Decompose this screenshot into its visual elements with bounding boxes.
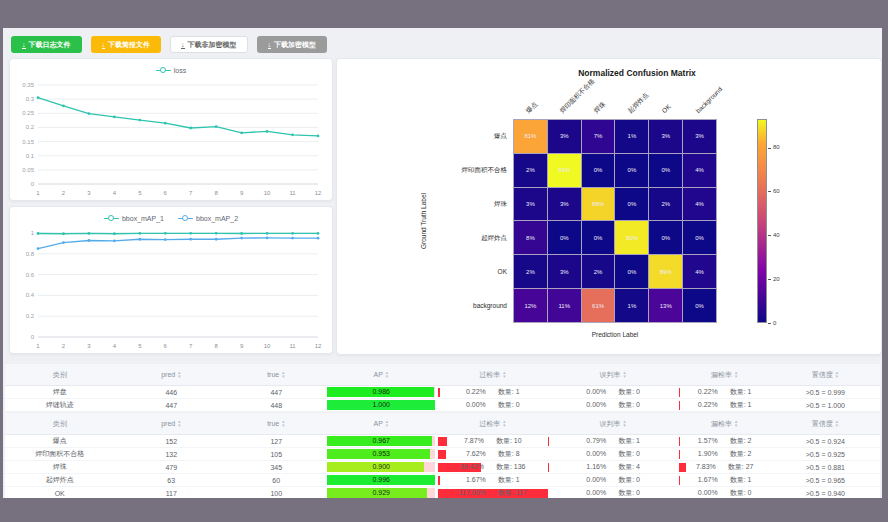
cell-ap: 0.996 (324, 474, 438, 487)
cell-misjudge-rate: 0.00%数量: 0 (548, 487, 679, 499)
miss-rate: 0.00%数量: 0 (679, 487, 771, 498)
map-chart-legend: bbox_mAP_1bbox_mAP_2 (10, 207, 332, 225)
col-header-mis[interactable]: 误判率▲▼ (548, 364, 679, 386)
cell-class: 焊印面积不合格 (5, 448, 114, 461)
sort-caret-icon[interactable]: ▲▼ (502, 420, 506, 427)
ap-bar-track: 0.986 (327, 387, 435, 397)
sort-caret-icon[interactable]: ▲▼ (281, 420, 285, 427)
matrix-cell: 1% (615, 120, 648, 153)
col-header-true[interactable]: true▲▼ (228, 364, 324, 386)
cell-miss-rate: 0.22%数量: 1 (679, 386, 771, 399)
legend-item-bbox_mAP_1[interactable]: bbox_mAP_1 (104, 215, 164, 222)
matrix-cell: 88% (582, 188, 615, 221)
map-chart: 10.80.60.40.20123456789101112 (12, 225, 330, 351)
legend-item-loss[interactable]: loss (156, 67, 186, 74)
cell-ap: 0.953 (324, 448, 438, 461)
sort-caret-icon[interactable]: ▲▼ (835, 420, 839, 427)
rate-count: 数量: 0 (730, 487, 752, 498)
col-header-label: 漏检率 (711, 370, 732, 380)
summary-table-bottom: 类别pred▲▼true▲▼AP▲▼过检率▲▼误判率▲▼漏检率▲▼置信度▲▼爆点… (5, 413, 880, 498)
loss-chart: 0.350.30.250.20.150.10.05012345678910111… (12, 77, 330, 198)
sort-caret-icon[interactable]: ▲▼ (835, 371, 839, 378)
sort-caret-icon[interactable]: ▲▼ (623, 420, 627, 427)
ap-value: 0.996 (327, 475, 435, 485)
matrix-cell: 93% (548, 154, 581, 187)
colorbar-tick-label: 60 (773, 188, 780, 194)
svg-text:0.1: 0.1 (26, 153, 35, 159)
svg-text:3: 3 (87, 343, 91, 349)
col-header-mis[interactable]: 误判率▲▼ (548, 413, 679, 435)
sort-caret-icon[interactable]: ▲▼ (177, 420, 181, 427)
sort-caret-icon[interactable]: ▲▼ (734, 420, 738, 427)
sort-caret-icon[interactable]: ▲▼ (623, 371, 627, 378)
download-button-2[interactable]: ↓下载简报文件 (91, 36, 162, 53)
table-row: 起焊炸点63600.9961.67%数量: 10.00%数量: 01.67%数量… (5, 474, 880, 487)
matrix-cell: 0% (582, 154, 615, 187)
confusion-matrix-xlabel: Prediction Label (513, 331, 717, 338)
misjudge-rate: 0.79%数量: 1 (548, 435, 679, 447)
results-table: 类别pred▲▼true▲▼AP▲▼过检率▲▼误判率▲▼漏检率▲▼置信度▲▼爆点… (5, 413, 880, 498)
legend-item-bbox_mAP_2[interactable]: bbox_mAP_2 (178, 215, 238, 222)
col-header-label: pred (161, 371, 175, 378)
rate-count: 数量: 1 (730, 474, 752, 486)
matrix-cell: 7% (582, 120, 615, 153)
sort-caret-icon[interactable]: ▲▼ (385, 420, 389, 427)
overdetect-rate: 7.87%数量: 10 (438, 435, 547, 447)
col-header-label: 误判率 (600, 370, 621, 380)
sort-caret-icon[interactable]: ▲▼ (281, 371, 285, 378)
cell-class: 爆点 (5, 435, 114, 448)
matrix-cell: 12% (514, 289, 547, 322)
col-header-label: 过检率 (479, 370, 500, 380)
sort-caret-icon[interactable]: ▲▼ (385, 371, 389, 378)
col-header-over[interactable]: 过检率▲▼ (438, 413, 547, 435)
download-button-3[interactable]: ↓下载非加密模型 (170, 36, 248, 53)
cell-misjudge-rate: 1.16%数量: 4 (548, 461, 679, 474)
col-header-ap[interactable]: AP▲▼ (324, 413, 438, 435)
colorbar-tick-mark (768, 148, 771, 149)
overdetect-rate: 0.00%数量: 0 (438, 399, 547, 411)
svg-text:9: 9 (240, 190, 244, 196)
svg-text:11: 11 (289, 343, 296, 349)
cell-overdetect-rate: 0.00%数量: 0 (438, 399, 547, 412)
matrix-cell: 0% (615, 154, 648, 187)
col-header-miss[interactable]: 漏检率▲▼ (679, 364, 771, 386)
matrix-cell: 11% (548, 289, 581, 322)
svg-text:7: 7 (189, 343, 193, 349)
col-header-ap[interactable]: AP▲▼ (324, 364, 438, 386)
cell-overdetect-rate: 7.87%数量: 10 (438, 435, 547, 448)
cell-confidence: >0.5 = 0.940 (771, 487, 880, 499)
col-header-miss[interactable]: 漏检率▲▼ (679, 413, 771, 435)
svg-text:6: 6 (164, 190, 168, 196)
cell-confidence: >0.5 = 0.925 (771, 448, 880, 461)
rate-percent: 0.00% (586, 399, 606, 411)
rate-count: 数量: 0 (618, 399, 640, 411)
cell-pred: 117 (114, 487, 228, 499)
download-button-4[interactable]: ↓下载加密模型 (257, 36, 328, 53)
matrix-col-label: 焊珠 (592, 100, 607, 115)
sort-caret-icon[interactable]: ▲▼ (502, 371, 506, 378)
matrix-cell: 3% (548, 120, 581, 153)
download-button-1[interactable]: ↓下载日志文件 (11, 36, 82, 53)
matrix-row-label: 焊珠 (427, 200, 507, 209)
rate-percent: 1.67% (466, 474, 486, 486)
svg-text:0.4: 0.4 (26, 292, 35, 298)
col-header-over[interactable]: 过检率▲▼ (438, 364, 547, 386)
cell-true: 448 (228, 399, 324, 412)
table-row: 焊印面积不合格1321050.9537.62%数量: 80.00%数量: 01.… (5, 448, 880, 461)
rate-percent: 0.00% (586, 386, 606, 398)
col-header-pred[interactable]: pred▲▼ (114, 364, 228, 386)
rate-count: 数量: 1 (498, 474, 520, 486)
col-header-pred[interactable]: pred▲▼ (114, 413, 228, 435)
legend-label: bbox_mAP_1 (122, 215, 164, 222)
col-header-conf[interactable]: 置信度▲▼ (771, 364, 880, 386)
ap-value: 0.953 (327, 449, 435, 459)
sort-caret-icon[interactable]: ▲▼ (734, 371, 738, 378)
sort-caret-icon[interactable]: ▲▼ (177, 371, 181, 378)
colorbar-tick-label: 80 (773, 144, 780, 150)
col-header-true[interactable]: true▲▼ (228, 413, 324, 435)
svg-text:0.05: 0.05 (22, 167, 34, 173)
matrix-cell: 0% (548, 221, 581, 254)
rate-count: 数量: 8 (498, 448, 520, 460)
svg-text:5: 5 (138, 343, 142, 349)
col-header-conf[interactable]: 置信度▲▼ (771, 413, 880, 435)
